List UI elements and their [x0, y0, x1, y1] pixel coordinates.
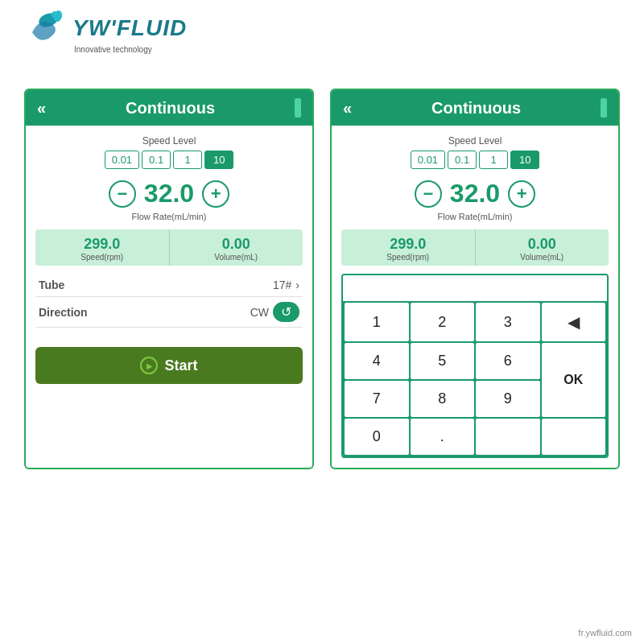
right-speed-buttons: 0.01 0.1 1 10	[341, 151, 609, 169]
right-flow-label: Flow Rate(mL/min)	[341, 212, 609, 221]
numpad-display[interactable]	[343, 275, 607, 301]
left-start-label: Start	[164, 357, 197, 374]
left-speed-value: 299.0	[39, 236, 166, 253]
right-speed-cell: 299.0 Speed(rpm)	[341, 229, 476, 266]
left-back-icon[interactable]: «	[37, 99, 46, 118]
logo-area: YW'FLUID Innovative technology	[24, 8, 187, 54]
left-direction-toggle[interactable]: ↺	[273, 302, 299, 322]
watermark: fr.ywfluid.com	[578, 628, 632, 638]
right-volume-cell: 0.00 Volume(mL)	[476, 229, 609, 266]
numpad-btn-dot[interactable]: .	[411, 419, 475, 455]
left-tube-label: Tube	[39, 279, 64, 291]
left-tube-arrow: ›	[295, 279, 299, 291]
right-speed-btn-001[interactable]: 0.01	[411, 151, 445, 169]
numpad-btn-2[interactable]: 2	[411, 303, 475, 341]
logo-brand: YW'FLUID	[72, 15, 187, 41]
right-volume-label: Volume(mL)	[479, 253, 606, 262]
left-plus-btn[interactable]: +	[202, 180, 229, 208]
left-stats-row: 299.0 Speed(rpm) 0.00 Volume(mL)	[35, 229, 303, 266]
logo-text: YW'FLUID	[24, 8, 187, 48]
right-minus-btn[interactable]: −	[415, 180, 442, 208]
left-speed-btn-1[interactable]: 1	[173, 151, 202, 169]
right-speed-level-label: Speed Level	[341, 135, 609, 147]
left-speed-label: Speed(rpm)	[39, 253, 166, 262]
left-direction-label: Direction	[39, 306, 88, 319]
left-flow-value[interactable]: 32.0	[144, 179, 194, 208]
left-flow-rate-row: − 32.0 +	[35, 179, 303, 208]
numpad-btn-0[interactable]: 0	[345, 419, 409, 455]
right-stats-row: 299.0 Speed(rpm) 0.00 Volume(mL)	[341, 229, 609, 266]
left-panel-body: Speed Level 0.01 0.1 1 10 − 32.0 + Flow …	[26, 126, 312, 394]
left-tube-row: Tube 17# ›	[35, 274, 303, 297]
panels-container: « Continuous Speed Level 0.01 0.1 1 10 −…	[24, 89, 620, 469]
numpad-btn-7[interactable]: 7	[345, 381, 409, 417]
right-speed-btn-10[interactable]: 10	[510, 151, 539, 169]
svg-point-2	[52, 11, 58, 18]
right-flow-rate-row: − 32.0 +	[341, 179, 609, 208]
numpad-btn-5[interactable]: 5	[411, 343, 475, 379]
numpad-btn-4[interactable]: 4	[345, 343, 409, 379]
logo-swirl-icon	[24, 8, 72, 48]
right-speed-btn-1[interactable]: 1	[479, 151, 508, 169]
right-panel-header: « Continuous	[332, 90, 618, 126]
numpad-btn-empty2	[542, 419, 606, 455]
left-panel-title: Continuous	[54, 99, 287, 118]
numpad-btn-1[interactable]: 1	[345, 303, 409, 341]
left-panel-header: « Continuous	[26, 90, 312, 126]
left-flow-label: Flow Rate(mL/min)	[35, 212, 303, 221]
left-panel-indicator	[295, 98, 301, 118]
left-speed-cell: 299.0 Speed(rpm)	[35, 229, 170, 266]
logo-tagline: Innovative technology	[74, 45, 152, 54]
right-speed-btn-01[interactable]: 0.1	[448, 151, 477, 169]
left-volume-value: 0.00	[173, 236, 300, 253]
left-speed-level-label: Speed Level	[35, 135, 303, 147]
left-volume-label: Volume(mL)	[173, 253, 300, 262]
right-plus-btn[interactable]: +	[508, 180, 535, 208]
left-direction-value: CW ↺	[250, 302, 299, 322]
left-play-icon	[140, 357, 158, 374]
numpad-btn-backspace[interactable]: ◀	[542, 303, 606, 341]
right-panel-indicator	[601, 98, 607, 118]
left-panel: « Continuous Speed Level 0.01 0.1 1 10 −…	[24, 89, 314, 469]
left-speed-btn-10[interactable]: 10	[204, 151, 233, 169]
left-tube-value[interactable]: 17# ›	[273, 279, 299, 291]
numpad-btn-3[interactable]: 3	[476, 303, 540, 341]
numpad-area: 1 2 3 ◀ 4 5 6 OK 7 8 9 0 .	[341, 274, 609, 458]
right-speed-value: 299.0	[345, 236, 472, 253]
numpad-grid: 1 2 3 ◀ 4 5 6 OK 7 8 9 0 .	[343, 301, 607, 456]
left-speed-buttons: 0.01 0.1 1 10	[35, 151, 303, 169]
right-panel-body: Speed Level 0.01 0.1 1 10 − 32.0 + Flow …	[332, 126, 618, 468]
right-panel: « Continuous Speed Level 0.01 0.1 1 10 −…	[330, 89, 620, 469]
numpad-btn-8[interactable]: 8	[411, 381, 475, 417]
right-flow-value[interactable]: 32.0	[450, 179, 500, 208]
left-speed-btn-01[interactable]: 0.1	[142, 151, 171, 169]
right-back-icon[interactable]: «	[343, 99, 352, 118]
left-volume-cell: 0.00 Volume(mL)	[170, 229, 303, 266]
left-minus-btn[interactable]: −	[109, 180, 136, 208]
numpad-btn-empty1	[476, 419, 540, 455]
right-volume-value: 0.00	[479, 236, 606, 253]
numpad-btn-9[interactable]: 9	[476, 381, 540, 417]
right-speed-label: Speed(rpm)	[345, 253, 472, 262]
left-speed-btn-001[interactable]: 0.01	[105, 151, 139, 169]
numpad-btn-ok[interactable]: OK	[542, 343, 606, 417]
numpad-btn-6[interactable]: 6	[476, 343, 540, 379]
left-direction-row: Direction CW ↺	[35, 297, 303, 328]
right-panel-title: Continuous	[360, 99, 592, 118]
left-start-button[interactable]: Start	[35, 347, 303, 384]
